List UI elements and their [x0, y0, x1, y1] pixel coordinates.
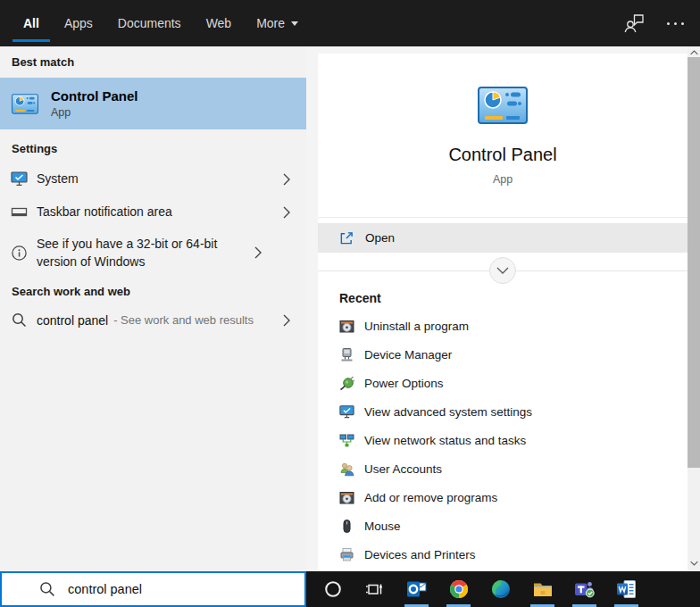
file-explorer-icon	[532, 578, 554, 600]
recent-item-power-options[interactable]: Power Options	[339, 369, 666, 397]
recent-item-add-or-remove-programs[interactable]: Add or remove programs	[339, 483, 666, 511]
results-panel: Best match Control Panel App Settings	[0, 46, 306, 571]
open-external-icon	[339, 231, 354, 245]
recent-item-view-advanced-system-settings[interactable]: View advanced system settings	[339, 397, 666, 426]
teams-icon	[574, 578, 596, 600]
recent-header: Recent	[339, 291, 666, 305]
recent-item-mouse[interactable]: Mouse	[339, 511, 666, 540]
best-match-title: Control Panel	[51, 88, 138, 104]
power-plug-icon	[339, 376, 354, 391]
divider	[318, 217, 688, 218]
open-action-button[interactable]: Open	[318, 223, 688, 253]
taskbar-item-teams[interactable]	[563, 571, 605, 607]
system-monitor-icon	[11, 170, 28, 187]
preview-panel: Control Panel App Open Recent	[318, 54, 688, 571]
tab-documents-label: Documents	[118, 16, 181, 30]
mouse-icon	[339, 519, 354, 534]
taskbar-item-word[interactable]	[605, 571, 647, 607]
user-accounts-icon	[339, 461, 354, 477]
tab-more-label: More	[256, 16, 285, 30]
tab-documents[interactable]: Documents	[105, 0, 194, 46]
tab-apps[interactable]: Apps	[52, 0, 105, 46]
program-disc-icon	[339, 490, 354, 505]
scrollbar-thumb[interactable]	[688, 57, 700, 468]
recent-item-devices-and-printers[interactable]: Devices and Printers	[339, 540, 666, 569]
taskbar-item-edge[interactable]	[479, 571, 521, 607]
search-web-query: control panel	[37, 313, 108, 328]
feedback-icon[interactable]	[622, 12, 646, 34]
tab-more[interactable]: More	[244, 0, 311, 46]
chevron-down-icon	[291, 21, 298, 26]
best-match-header: Best match	[0, 46, 306, 69]
search-icon	[11, 312, 28, 328]
taskbar-icon	[11, 204, 28, 220]
recent-item-label: User Accounts	[364, 462, 442, 476]
recent-item-device-manager[interactable]: Device Manager	[339, 340, 666, 369]
tab-apps-label: Apps	[64, 16, 93, 30]
open-label: Open	[365, 231, 395, 245]
best-match-subtitle: App	[51, 106, 138, 119]
tab-web-label: Web	[206, 16, 232, 30]
taskbar-item-chrome[interactable]	[438, 571, 479, 607]
recent-item-label: Power Options	[364, 377, 444, 390]
control-panel-icon	[478, 87, 528, 124]
cortana-icon	[323, 579, 343, 599]
search-filter-bar: All Apps Documents Web More	[0, 0, 700, 46]
taskbar-item-task-view[interactable]	[354, 571, 396, 607]
taskbar	[306, 571, 700, 607]
recent-item-user-accounts[interactable]: User Accounts	[339, 454, 666, 483]
settings-header: Settings	[0, 129, 306, 155]
outlook-icon	[406, 578, 428, 600]
chevron-down-icon	[496, 267, 509, 274]
more-options-icon[interactable]	[667, 22, 684, 25]
word-icon	[616, 578, 638, 600]
settings-item-system[interactable]: System	[0, 162, 306, 195]
taskbar-item-outlook[interactable]	[396, 571, 438, 607]
search-work-web-header: Search work and web	[0, 277, 306, 298]
recent-item-label: Devices and Printers	[364, 548, 476, 561]
recent-item-label: Device Manager	[364, 348, 452, 362]
recent-item-uninstall-a-program[interactable]: Uninstall a program	[339, 312, 666, 340]
taskbar-search-box[interactable]	[0, 571, 306, 607]
recent-item-label: Mouse	[364, 520, 401, 533]
search-web-item[interactable]: control panel - See work and web results	[0, 304, 306, 337]
search-web-suffix: - See work and web results	[113, 313, 278, 327]
printer-icon	[339, 547, 354, 562]
scrollbar[interactable]	[688, 46, 700, 571]
tab-all[interactable]: All	[11, 0, 52, 46]
preview-app-subtitle: App	[493, 173, 512, 186]
system-monitor-icon	[339, 404, 354, 420]
settings-item-taskbar-notification-area[interactable]: Taskbar notification area	[0, 195, 306, 229]
search-icon	[38, 580, 56, 598]
info-icon	[11, 245, 28, 262]
taskbar-item-cortana[interactable]	[312, 571, 354, 607]
windows-search-flyout: All Apps Documents Web More	[0, 0, 700, 607]
scrollbar-down-button[interactable]	[688, 557, 700, 570]
tab-web[interactable]: Web	[194, 0, 245, 46]
expander-section	[318, 253, 688, 288]
recent-item-label: View advanced system settings	[364, 405, 532, 419]
recent-item-label: View network status and tasks	[364, 434, 526, 447]
chevron-right-icon	[283, 314, 290, 327]
search-input[interactable]	[68, 582, 304, 596]
settings-item-label: System	[37, 170, 278, 187]
recent-item-label: Add or remove programs	[364, 491, 497, 504]
chevron-down-icon	[690, 561, 698, 566]
chevron-right-icon	[283, 173, 290, 186]
recent-item-view-network-status-and-tasks[interactable]: View network status and tasks	[339, 426, 666, 454]
expand-button[interactable]	[489, 257, 516, 284]
best-match-item-control-panel[interactable]: Control Panel App	[0, 78, 306, 129]
control-panel-icon	[12, 94, 38, 114]
tab-all-label: All	[23, 16, 39, 30]
chevron-right-icon	[283, 206, 290, 219]
chevron-up-icon	[690, 50, 698, 55]
chevron-right-icon	[254, 246, 262, 259]
preview-app-title: Control Panel	[448, 145, 556, 165]
settings-item-32-64-bit[interactable]: See if you have a 32-bit or 64-bit versi…	[0, 229, 306, 277]
chrome-icon	[448, 578, 470, 600]
network-icon	[339, 433, 354, 448]
edge-icon	[490, 578, 512, 600]
recent-section: Recent Uninstall a program	[318, 288, 688, 569]
taskbar-item-file-explorer[interactable]	[521, 571, 563, 607]
device-manager-icon	[339, 347, 354, 362]
